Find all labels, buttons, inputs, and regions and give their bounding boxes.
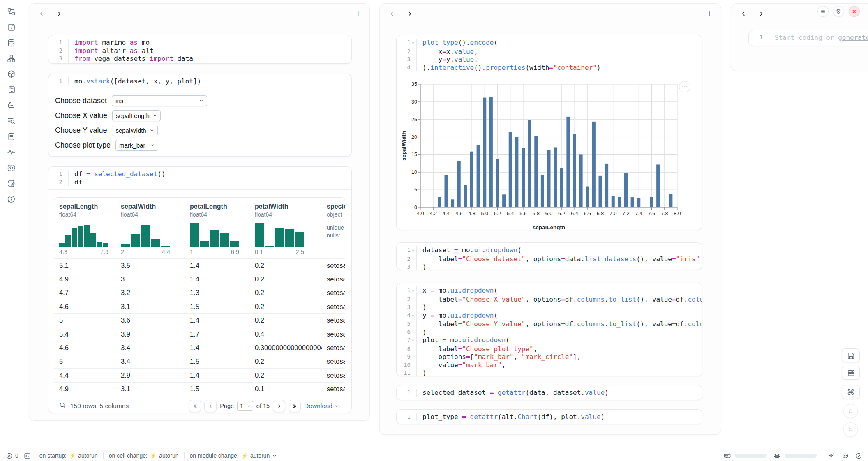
dropdown-select-plot-type[interactable]: mark_bar (115, 140, 158, 151)
column-header-species[interactable]: speciesobjectuniquenulls: (322, 198, 345, 258)
add-cell-icon[interactable]: + (355, 9, 361, 18)
column-header-sepalWidth[interactable]: sepalWidthfloat6424.4 (116, 198, 185, 258)
table-row[interactable]: 5.43.91.70.4setosa (54, 327, 345, 341)
keyboard-shortcuts-button[interactable]: ⌘ (842, 385, 860, 399)
on-startup-toggle[interactable]: on startup: ⚡ autorun (39, 452, 98, 459)
code-editor[interactable]: 1plot_type = getattr(alt.Chart(df), plot… (397, 410, 702, 424)
layout-toggle-button[interactable] (842, 366, 860, 380)
table-row[interactable]: 4.93.11.50.1setosa (54, 382, 345, 396)
code-block-icon[interactable] (6, 163, 16, 173)
chevron-left-icon[interactable] (37, 9, 46, 18)
table-row[interactable]: 4.63.11.50.2setosa (54, 300, 345, 313)
on-module-change-toggle[interactable]: on module change: ⚡ autorun (190, 452, 277, 459)
svg-text:5.0: 5.0 (481, 211, 488, 217)
save-button[interactable] (842, 348, 860, 362)
column-histogram[interactable] (121, 221, 170, 247)
ai-chat-icon[interactable] (6, 100, 16, 110)
code-editor[interactable]: 1Start coding or generate with AI (749, 30, 868, 45)
logs-icon[interactable] (6, 85, 16, 95)
ram-usage-meter[interactable] (735, 454, 767, 458)
connection-status-icon[interactable] (855, 452, 862, 459)
table-row[interactable]: 53.61.40.2setosa (54, 313, 345, 327)
shutdown-button[interactable]: × (849, 6, 860, 17)
search-icon[interactable] (59, 402, 66, 410)
tracing-icon[interactable] (6, 147, 16, 157)
table-row[interactable]: 53.41.50.2setosa (54, 355, 345, 368)
column-header-sepalLength[interactable]: sepalLengthfloat644.37.9 (54, 198, 116, 258)
terminal-icon[interactable] (24, 452, 31, 459)
code-editor[interactable]: 1mo.vstack([dataset, x, y, plot]) (48, 74, 351, 89)
code-editor[interactable]: 1∨x = mo.ui.dropdown(2 label="Choose X v… (397, 283, 702, 376)
file-tree-icon[interactable] (6, 7, 16, 16)
chevron-left-icon[interactable] (739, 9, 748, 18)
chevron-right-icon[interactable] (405, 9, 413, 18)
next-page-button[interactable] (273, 400, 285, 412)
first-page-button[interactable] (189, 400, 201, 412)
snippets-icon[interactable] (6, 131, 16, 141)
code-editor[interactable]: 1∨dataset = mo.ui.dropdown(2 label="Choo… (397, 243, 702, 270)
dropdown-value: iris (115, 97, 123, 104)
dropdown-select-dataset[interactable]: iris (112, 95, 207, 106)
help-icon[interactable] (6, 194, 16, 204)
dropdown-select-x-value[interactable]: sepalLength (112, 110, 161, 121)
cell-imports[interactable]: 1import marimo as mo2import altair as al… (48, 35, 352, 64)
histogram-bar (131, 234, 140, 247)
cell-empty-new[interactable]: 1Start coding or generate with AI (748, 30, 868, 46)
documentation-search-icon[interactable] (6, 116, 16, 126)
column-header-petalLength[interactable]: petalLengthfloat6416.9 (185, 198, 250, 258)
settings-button[interactable]: ⚙ (833, 6, 844, 17)
cell-dataframe[interactable]: 1df = selected_dataset()2df sepalLengthf… (48, 166, 352, 413)
add-cell-icon[interactable]: + (706, 9, 713, 18)
fold-chevron-icon[interactable]: ∨ (411, 247, 416, 255)
table-row[interactable]: 4.63.41.40.30000000000000004setosa (54, 341, 345, 354)
datasources-icon[interactable] (6, 38, 16, 48)
chevron-right-icon[interactable] (55, 9, 63, 18)
chevron-right-icon[interactable] (757, 9, 765, 18)
ai-sparkle-icon[interactable] (828, 452, 835, 459)
download-button[interactable]: Download (304, 402, 339, 410)
fold-chevron-icon[interactable]: ∨ (411, 39, 416, 48)
last-page-button[interactable] (289, 400, 301, 412)
table-row[interactable]: 4.73.21.30.2setosa (54, 286, 345, 300)
cell-dataset-dropdown[interactable]: 1∨dataset = mo.ui.dropdown(2 label="Choo… (396, 242, 702, 270)
column-header-petalWidth[interactable]: petalWidthfloat640.12.5 (250, 198, 322, 258)
cell-plot[interactable]: 1∨plot_type().encode(2 x=x.value,3 y=y.v… (396, 35, 702, 230)
cell-vstack[interactable]: 1mo.vstack([dataset, x, y, plot]) Choose… (48, 74, 352, 157)
notebook-column-3: 1Start coding or generate with AI (731, 3, 868, 71)
table-row[interactable]: 4.931.40.2setosa (54, 272, 345, 286)
cell-xyplot-dropdowns[interactable]: 1∨x = mo.ui.dropdown(2 label="Choose X v… (396, 283, 702, 376)
functions-icon[interactable]: f (6, 22, 16, 32)
cpu-usage-meter[interactable] (785, 454, 817, 458)
cell-plot-type[interactable]: 1plot_type = getattr(alt.Chart(df), plot… (396, 409, 702, 424)
dropdown-select-y-value[interactable]: sepalWidth (112, 125, 158, 136)
code-editor[interactable]: 1df = selected_dataset()2df (48, 167, 351, 189)
fold-chevron-icon[interactable]: ∨ (411, 312, 416, 320)
stop-button[interactable] (843, 404, 858, 418)
altair-chart[interactable]: 4.04.24.44.64.85.05.25.45.65.86.06.26.46… (397, 75, 702, 228)
on-cell-change-toggle[interactable]: on cell change: ⚡ autorun (109, 452, 179, 459)
bar-chart-svg[interactable]: 4.04.24.44.64.85.05.25.45.65.86.06.26.46… (400, 80, 688, 230)
code-editor[interactable]: 1selected_dataset = getattr(data, datase… (397, 385, 702, 400)
fold-chevron-icon[interactable]: ∨ (411, 337, 416, 345)
chevron-left-icon[interactable] (388, 9, 396, 18)
fold-chevron-icon[interactable]: ∨ (411, 287, 416, 295)
column-histogram[interactable] (190, 221, 239, 247)
table-row[interactable]: 4.42.91.40.2setosa (54, 368, 345, 382)
cell-selected-dataset[interactable]: 1selected_dataset = getattr(data, datase… (396, 385, 702, 400)
copilot-icon[interactable] (842, 452, 849, 459)
prev-page-button[interactable] (204, 400, 217, 412)
run-all-button[interactable] (843, 422, 858, 437)
menu-button[interactable] (817, 6, 829, 17)
packages-icon[interactable] (6, 69, 16, 79)
code-editor[interactable]: 1import marimo as mo2import altair as al… (48, 35, 351, 64)
errors-indicator[interactable]: 0 (6, 452, 18, 459)
column-histogram[interactable] (255, 221, 304, 247)
dependency-graph-icon[interactable] (6, 53, 16, 63)
scratchpad-icon[interactable] (6, 178, 16, 188)
page-select[interactable]: 1 (237, 401, 253, 411)
table-row[interactable]: 5.13.51.40.2setosa (54, 258, 345, 272)
column-histogram[interactable] (59, 221, 108, 247)
table-cell: setosa (322, 341, 345, 354)
chart-actions-icon[interactable]: ⋯ (679, 81, 690, 92)
code-editor[interactable]: 1∨plot_type().encode(2 x=x.value,3 y=y.v… (397, 35, 702, 75)
